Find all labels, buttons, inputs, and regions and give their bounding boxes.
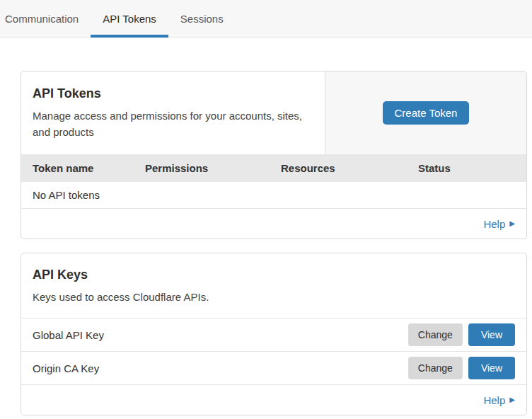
origin-ca-key-change-button[interactable]: Change <box>408 357 463 379</box>
tokens-table-empty-row: No API tokens <box>21 182 526 209</box>
main-content: API Tokens Manage access and permissions… <box>21 71 527 415</box>
tab-communication[interactable]: Communication <box>0 0 91 38</box>
api-tokens-card: API Tokens Manage access and permissions… <box>21 71 527 239</box>
api-tokens-card-header-text: API Tokens Manage access and permissions… <box>21 71 325 154</box>
column-header-permissions: Permissions <box>145 162 281 174</box>
origin-ca-key-view-button[interactable]: View <box>468 357 515 379</box>
api-tokens-description: Manage access and permissions for your a… <box>33 108 313 141</box>
api-tokens-card-footer: Help ▶ <box>21 209 526 239</box>
tokens-table-header: Token name Permissions Resources Status <box>21 154 526 182</box>
api-keys-title: API Keys <box>33 268 515 282</box>
column-header-status: Status <box>418 162 515 174</box>
origin-ca-key-label: Origin CA Key <box>33 362 408 374</box>
help-link-label: Help <box>483 218 505 230</box>
tab-sessions[interactable]: Sessions <box>168 0 236 38</box>
caret-right-icon: ▶ <box>509 396 515 403</box>
api-keys-card: API Keys Keys used to access Cloudflare … <box>21 253 527 415</box>
api-keys-description: Keys used to access Cloudflare APIs. <box>33 289 515 305</box>
create-token-button[interactable]: Create Token <box>383 101 470 125</box>
global-api-key-change-button[interactable]: Change <box>408 323 463 346</box>
api-keys-card-header: API Keys Keys used to access Cloudflare … <box>21 253 526 318</box>
origin-ca-key-row: Origin CA Key Change View <box>21 352 526 385</box>
help-link-label: Help <box>483 394 505 406</box>
empty-tokens-message: No API tokens <box>33 189 100 201</box>
api-keys-card-footer: Help ▶ <box>21 385 526 415</box>
caret-right-icon: ▶ <box>509 220 515 227</box>
global-api-key-view-button[interactable]: View <box>468 323 515 346</box>
api-keys-help-link[interactable]: Help ▶ <box>483 394 515 406</box>
global-api-key-row: Global API Key Change View <box>21 318 526 352</box>
api-tokens-title: API Tokens <box>33 86 313 101</box>
tab-bar: Communication API Tokens Sessions <box>0 0 532 38</box>
api-tokens-card-header-action: Create Token <box>325 71 526 154</box>
api-tokens-card-header: API Tokens Manage access and permissions… <box>21 71 526 154</box>
api-tokens-help-link[interactable]: Help ▶ <box>483 218 515 230</box>
global-api-key-label: Global API Key <box>33 329 408 341</box>
column-header-token-name: Token name <box>33 162 145 174</box>
tab-api-tokens[interactable]: API Tokens <box>91 0 168 38</box>
column-header-resources: Resources <box>281 162 418 174</box>
